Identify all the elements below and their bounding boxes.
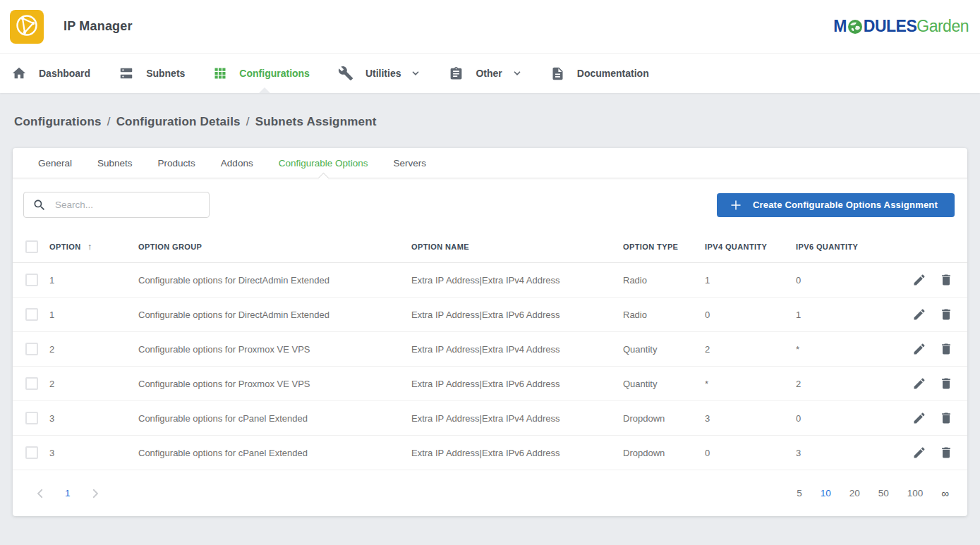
edit-icon[interactable] [912, 273, 926, 287]
previous-page-icon[interactable] [34, 487, 47, 500]
edit-icon[interactable] [912, 376, 926, 391]
tab-servers[interactable]: Servers [380, 148, 439, 178]
chevron-down-icon [411, 68, 421, 78]
delete-icon[interactable] [939, 376, 953, 391]
page-size-unlimited[interactable]: ∞ [941, 487, 949, 499]
chevron-down-icon [512, 68, 522, 78]
app-logo [10, 10, 44, 44]
cell-ipv6-quantity: 0 [796, 413, 888, 424]
nav-item-other[interactable]: Other [437, 54, 538, 93]
breadcrumb-item[interactable]: Configurations [14, 115, 102, 128]
tab-label: Subnets [97, 158, 133, 169]
tab-label: Configurable Options [279, 158, 368, 169]
main-area: Configurations/Configuration Details/Sub… [0, 93, 980, 516]
nav-item-dashboard[interactable]: Dashboard [0, 54, 107, 93]
search-input[interactable] [55, 200, 200, 210]
cell-option: 3 [49, 448, 138, 458]
search-box[interactable] [23, 192, 210, 218]
tab-products[interactable]: Products [145, 148, 208, 178]
main-nav: Dashboard Subnets Configurations Utiliti… [0, 53, 980, 93]
nav-item-documentation[interactable]: Documentation [539, 54, 666, 93]
brand-text-garden: Garden [917, 17, 969, 36]
tab-general[interactable]: General [25, 148, 85, 178]
edit-icon[interactable] [912, 411, 926, 425]
edit-icon[interactable] [912, 307, 926, 322]
cell-ipv4-quantity: 3 [705, 413, 796, 424]
row-checkbox[interactable] [25, 446, 38, 459]
cell-option-group: Configurable options for Proxmox VE VPS [138, 344, 411, 355]
delete-icon[interactable] [939, 342, 953, 356]
subnets-icon [119, 66, 134, 81]
cell-option-type: Quantity [623, 379, 705, 389]
pagination: 1 [34, 487, 102, 500]
cell-option: 1 [49, 310, 138, 320]
nav-item-subnets[interactable]: Subnets [107, 54, 202, 93]
document-icon [550, 66, 565, 81]
tab-subnets[interactable]: Subnets [85, 148, 145, 178]
tab-bar: General Subnets Products Addons Configur… [13, 148, 967, 178]
page-size-100[interactable]: 100 [907, 488, 924, 498]
breadcrumb-item[interactable]: Configuration Details [116, 115, 241, 128]
sort-ascending-icon: ↑ [87, 241, 92, 252]
page-size-10[interactable]: 10 [821, 488, 831, 498]
nav-item-utilities[interactable]: Utilities [327, 54, 438, 93]
current-page[interactable]: 1 [65, 488, 71, 498]
nav-label: Documentation [577, 68, 649, 79]
row-checkbox[interactable] [25, 274, 38, 286]
create-assignment-button[interactable]: Create Configurable Options Assignment [717, 193, 955, 217]
nav-label: Dashboard [39, 68, 90, 79]
table-row: 2 Configurable options for Proxmox VE VP… [13, 367, 967, 401]
cell-option-group: Configurable options for cPanel Extended [138, 413, 411, 424]
cell-option-name: Extra IP Address|Extra IPv4 Address [411, 344, 623, 355]
globe-network-icon [13, 11, 41, 42]
page-size-50[interactable]: 50 [878, 488, 889, 498]
cell-ipv6-quantity: 1 [796, 310, 888, 320]
cell-option-name: Extra IP Address|Extra IPv6 Address [411, 310, 623, 320]
tab-addons[interactable]: Addons [208, 148, 266, 178]
column-header-option-group[interactable]: OPTION GROUP [138, 243, 411, 251]
clipboard-icon [449, 66, 464, 81]
cell-option-name: Extra IP Address|Extra IPv4 Address [411, 275, 623, 286]
content-card: General Subnets Products Addons Configur… [13, 148, 967, 516]
tab-label: Servers [393, 158, 426, 169]
plus-icon [730, 199, 742, 212]
cell-option-type: Quantity [623, 344, 705, 355]
row-checkbox[interactable] [25, 308, 38, 321]
breadcrumb-separator: / [246, 115, 250, 128]
column-header-option-type[interactable]: OPTION TYPE [623, 243, 705, 251]
cell-option-type: Radio [623, 310, 705, 320]
cell-ipv4-quantity: 0 [705, 310, 796, 320]
delete-icon[interactable] [939, 307, 953, 322]
cell-option: 2 [49, 344, 138, 355]
tab-configurable-options[interactable]: Configurable Options [266, 148, 381, 178]
table-row: 1 Configurable options for DirectAdmin E… [13, 263, 967, 298]
cell-ipv6-quantity: 2 [796, 379, 888, 389]
delete-icon[interactable] [939, 411, 953, 425]
cell-option-name: Extra IP Address|Extra IPv6 Address [411, 448, 623, 458]
cell-ipv6-quantity: * [796, 344, 888, 355]
brand-text-dules: DULES [864, 17, 917, 36]
nav-label: Configurations [239, 68, 310, 79]
create-assignment-label: Create Configurable Options Assignment [753, 200, 938, 210]
nav-label: Utilities [365, 68, 401, 79]
grid-icon [213, 66, 227, 80]
column-header-ipv4-quantity[interactable]: IPV4 QUANTITY [705, 243, 796, 251]
delete-icon[interactable] [939, 446, 953, 460]
column-header-option-name[interactable]: OPTION NAME [411, 243, 623, 251]
row-checkbox[interactable] [25, 377, 38, 390]
delete-icon[interactable] [939, 273, 953, 287]
select-all-checkbox[interactable] [25, 240, 38, 253]
row-checkbox[interactable] [25, 343, 38, 355]
edit-icon[interactable] [912, 342, 926, 356]
cell-ipv4-quantity: 0 [705, 448, 796, 458]
column-header-option[interactable]: OPTION ↑ [49, 241, 138, 252]
nav-item-configurations[interactable]: Configurations [202, 54, 327, 93]
edit-icon[interactable] [912, 446, 926, 460]
table-row: 1 Configurable options for DirectAdmin E… [13, 298, 967, 332]
column-header-ipv6-quantity[interactable]: IPV6 QUANTITY [796, 243, 888, 251]
next-page-icon[interactable] [89, 487, 102, 500]
row-checkbox[interactable] [25, 412, 38, 424]
page-size-20[interactable]: 20 [849, 488, 860, 498]
page-size-5[interactable]: 5 [797, 488, 802, 498]
table-row: 2 Configurable options for Proxmox VE VP… [13, 332, 967, 367]
